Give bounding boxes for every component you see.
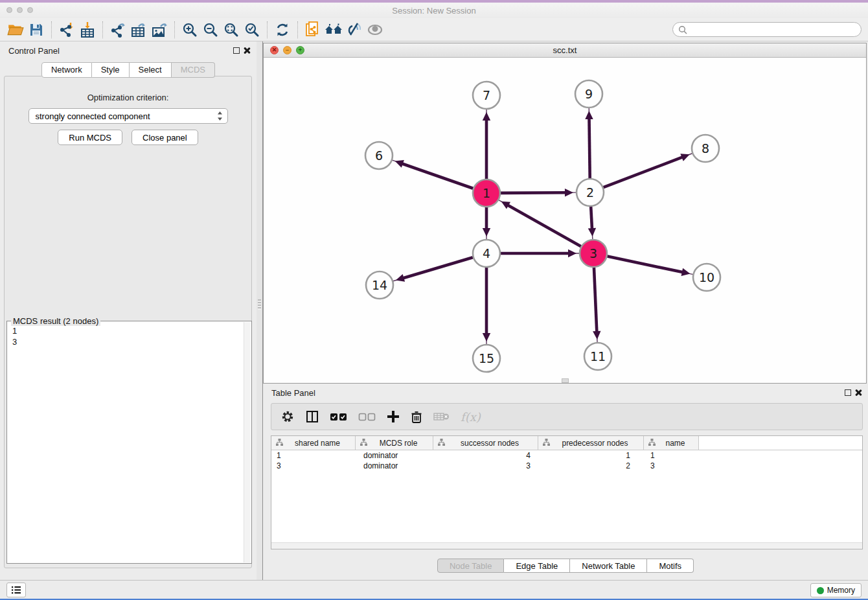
run-mcds-button[interactable]: Run MCDS: [58, 130, 122, 145]
close-table-panel-icon[interactable]: [854, 389, 862, 397]
cell-MCDS-role[interactable]: dominator: [356, 451, 433, 460]
edge-3-10[interactable]: [608, 257, 683, 273]
tab-motifs[interactable]: Motifs: [647, 559, 694, 573]
show-columns-button[interactable]: [306, 410, 319, 423]
tab-select[interactable]: Select: [130, 62, 172, 78]
edge-3-1[interactable]: [507, 205, 581, 246]
maximize-view-icon[interactable]: +: [296, 46, 304, 54]
task-history-button[interactable]: [6, 583, 26, 597]
close-panel-icon[interactable]: [243, 47, 251, 54]
trash-icon: [411, 410, 422, 424]
table-row: 3dominator323: [271, 461, 862, 471]
zoom-window-button[interactable]: [27, 7, 33, 13]
panel-splitter[interactable]: [257, 41, 263, 580]
import-network-button[interactable]: [56, 20, 77, 40]
cell-predecessor-nodes[interactable]: 1: [538, 451, 644, 460]
zoom-selected-button[interactable]: [242, 20, 262, 40]
edge-2-9[interactable]: [589, 118, 589, 178]
graph-node-label-11: 11: [590, 349, 606, 363]
save-session-button[interactable]: [26, 20, 47, 40]
clone-network-button[interactable]: [303, 20, 323, 40]
float-table-panel-icon[interactable]: [845, 389, 851, 396]
toolbar-separator: [51, 21, 52, 38]
edge-2-3[interactable]: [591, 207, 592, 229]
cell-shared-name[interactable]: 3: [271, 461, 356, 470]
main-area: Control Panel NetworkStyleSelectMCDS Opt…: [0, 41, 868, 580]
show-graphics-button[interactable]: [365, 20, 385, 40]
app-title: Session: New Session: [392, 6, 475, 16]
close-window-button[interactable]: [6, 7, 12, 13]
cell-successor-nodes[interactable]: 3: [433, 461, 538, 470]
column-header-shared-name[interactable]: shared name: [271, 436, 356, 450]
delete-table-button[interactable]: [433, 411, 450, 422]
select-all-columns-button[interactable]: [330, 413, 347, 421]
apply-layout-button[interactable]: [272, 20, 293, 40]
network-canvas[interactable]: 7968124310141511: [264, 58, 866, 383]
network-graph[interactable]: 7968124310141511: [264, 58, 866, 383]
column-sort-icon: [542, 438, 551, 448]
edge-4-14[interactable]: [402, 257, 472, 278]
edge-3-11[interactable]: [594, 268, 597, 332]
column-header-successor-nodes[interactable]: successor nodes: [433, 436, 538, 450]
chevron-up-down-icon: [216, 111, 223, 121]
zoom-in-button[interactable]: [179, 20, 200, 40]
zoom-fit-button[interactable]: [221, 20, 242, 40]
export-network-button[interactable]: [108, 20, 128, 40]
column-header-name[interactable]: name: [644, 436, 699, 450]
cell-name[interactable]: 1: [644, 451, 699, 460]
minimize-window-button[interactable]: [17, 7, 23, 13]
search-input[interactable]: [691, 25, 856, 34]
export-network-icon: [109, 21, 126, 38]
export-image-button[interactable]: [149, 20, 170, 40]
network-window-titlebar[interactable]: ✕ – + scc.txt: [264, 43, 866, 58]
table-panel-title: Table Panel: [271, 388, 315, 398]
edge-1-6[interactable]: [402, 163, 473, 189]
tab-style[interactable]: Style: [92, 62, 130, 78]
create-column-button[interactable]: [387, 410, 400, 423]
result-scrollbar[interactable]: [244, 322, 251, 562]
tab-network-table[interactable]: Network Table: [570, 559, 647, 573]
tab-edge-table[interactable]: Edge Table: [504, 559, 570, 573]
edge-2-8[interactable]: [604, 157, 683, 187]
splitter-grip[interactable]: [258, 299, 261, 310]
hide-graphics-button[interactable]: [344, 20, 365, 40]
tab-network[interactable]: Network: [41, 62, 92, 78]
table-row: 1dominator411: [271, 450, 862, 461]
tab-node-table[interactable]: Node Table: [437, 559, 505, 573]
tab-mcds[interactable]: MCDS: [172, 62, 215, 78]
open-session-button[interactable]: [5, 20, 26, 40]
table-settings-button[interactable]: [280, 410, 295, 424]
edge-1-2[interactable]: [501, 192, 566, 193]
float-panel-icon[interactable]: [233, 47, 240, 54]
column-sort-icon: [648, 438, 656, 448]
canvas-scroll-gripper[interactable]: [562, 378, 569, 383]
import-table-button[interactable]: [77, 20, 98, 40]
close-panel-button[interactable]: Close panel: [131, 130, 198, 145]
minimize-view-icon[interactable]: –: [283, 46, 291, 54]
column-header-predecessor-nodes[interactable]: predecessor nodes: [538, 436, 644, 450]
first-neighbors-button[interactable]: [323, 20, 344, 40]
graph-node-label-2: 2: [586, 185, 594, 200]
optimization-criterion-select[interactable]: strongly connected component: [29, 108, 228, 124]
memory-button[interactable]: Memory: [810, 583, 862, 597]
search-field[interactable]: [672, 22, 862, 37]
table-scrollbar[interactable]: [271, 542, 862, 549]
result-line: 3: [12, 336, 246, 347]
result-line: 1: [12, 325, 246, 336]
cell-successor-nodes[interactable]: 4: [433, 451, 538, 460]
zoom-out-button[interactable]: [200, 20, 221, 40]
export-table-button[interactable]: [128, 20, 149, 40]
close-view-icon[interactable]: ✕: [270, 46, 279, 54]
cell-name[interactable]: 3: [644, 461, 699, 470]
column-sort-icon: [275, 438, 284, 448]
function-builder-button[interactable]: f(x): [461, 410, 481, 424]
deselect-all-columns-button[interactable]: [358, 413, 376, 421]
column-header-MCDS-role[interactable]: MCDS role: [356, 436, 433, 450]
toolbar-separator: [102, 21, 103, 38]
delete-column-button[interactable]: [411, 410, 422, 424]
edge-arrowhead-3-11: [593, 331, 600, 340]
memory-label: Memory: [827, 586, 855, 595]
cell-MCDS-role[interactable]: dominator: [356, 461, 433, 470]
cell-predecessor-nodes[interactable]: 2: [538, 461, 644, 470]
cell-shared-name[interactable]: 1: [271, 451, 356, 460]
